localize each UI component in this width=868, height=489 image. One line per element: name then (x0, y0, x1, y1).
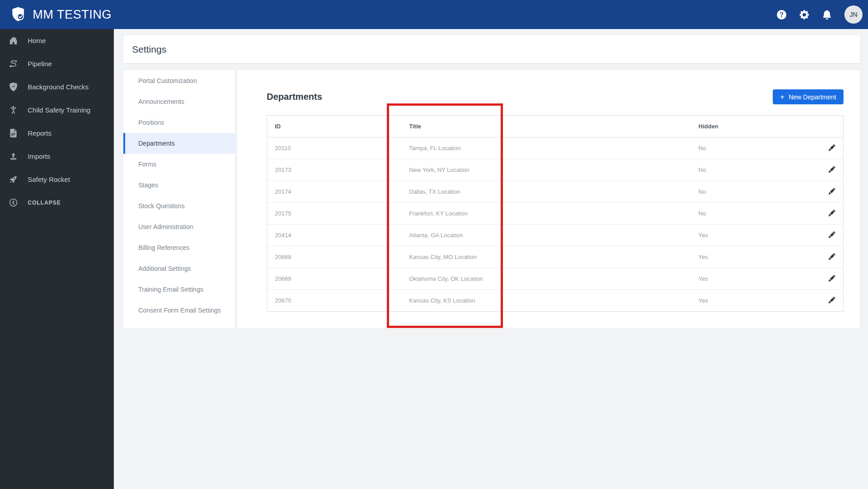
pencil-icon[interactable] (829, 166, 836, 173)
cell-hidden: No (691, 159, 809, 181)
sidebar-item-label: Background Checks (28, 83, 88, 91)
gear-icon[interactable] (799, 10, 809, 20)
sidebar-item-label: Reports (28, 129, 52, 137)
sidebar-item-imports[interactable]: Imports (0, 145, 114, 168)
plus-icon: + (780, 93, 785, 101)
sidebar-item-home[interactable]: Home (0, 29, 114, 52)
document-icon (9, 129, 18, 138)
departments-table: ID Title Hidden 20110 Tampa, FL Location… (267, 115, 844, 312)
sidebar-item-label: Child Safety Training (28, 106, 90, 114)
subnav-item-stock-questions[interactable]: Stock Questions (123, 196, 235, 216)
sidebar-item-pipeline[interactable]: Pipeline (0, 52, 114, 75)
subnav-item-stages[interactable]: Stages (123, 175, 235, 196)
sidebar-item-reports[interactable]: Reports (0, 122, 114, 145)
pencil-icon[interactable] (829, 275, 836, 282)
cell-title: Tampa, FL Location (401, 137, 691, 159)
new-department-button[interactable]: + New Department (773, 89, 844, 104)
sidebar-item-label: Pipeline (28, 60, 52, 68)
top-navbar: MM TESTING JN (0, 0, 868, 29)
cell-id: 20173 (267, 159, 401, 181)
cell-title: Kansas City, MO Location (401, 246, 691, 268)
subnav-item-billing-references[interactable]: Billing References (123, 237, 235, 258)
brand: MM TESTING (0, 6, 112, 23)
subnav-item-training-email-settings[interactable]: Training Email Settings (123, 279, 235, 300)
cell-id: 20175 (267, 203, 401, 225)
cell-title: New York, NY Location (401, 159, 691, 181)
cell-id: 20669 (267, 268, 401, 290)
cell-hidden: Yes (691, 225, 809, 246)
cell-hidden: Yes (691, 290, 809, 312)
sidebar-item-label: Home (28, 37, 46, 44)
table-row: 20175 Frankfort, KY Location No (267, 203, 843, 225)
table-row: 20670 Kansas City, KS Location Yes (267, 290, 843, 312)
cell-title: Frankfort, KY Location (401, 203, 691, 225)
new-department-button-label: New Department (789, 93, 836, 101)
pencil-icon[interactable] (829, 144, 836, 152)
sidebar-item-label: Imports (28, 152, 50, 160)
chevron-left-circle-icon (9, 198, 18, 207)
subnav-item-forms[interactable]: Forms (123, 154, 235, 175)
cell-title: Kansas City, KS Location (401, 290, 691, 312)
cell-title: Atlanta, GA Location (401, 225, 691, 246)
table-row: 20110 Tampa, FL Location No (267, 137, 843, 159)
pencil-icon[interactable] (829, 231, 836, 239)
column-header-actions (809, 116, 843, 137)
table-header-row: ID Title Hidden (267, 116, 843, 137)
departments-heading: Departments (267, 92, 322, 102)
cell-id: 20670 (267, 290, 401, 312)
child-icon (9, 106, 18, 115)
table-row: 20669 Oklahoma City, OK Location Yes (267, 268, 843, 290)
pencil-icon[interactable] (829, 297, 836, 304)
sidebar-item-child-safety-training[interactable]: Child Safety Training (0, 98, 114, 122)
pencil-icon[interactable] (829, 188, 836, 195)
subnav-item-additional-settings[interactable]: Additional Settings (123, 258, 235, 279)
settings-subnav: Portal Customization Announcements Posit… (123, 70, 235, 328)
pencil-icon[interactable] (829, 253, 836, 260)
cell-title: Oklahoma City, OK Location (401, 268, 691, 290)
cell-hidden: No (691, 181, 809, 203)
subnav-item-positions[interactable]: Positions (123, 112, 235, 133)
app-title: MM TESTING (33, 8, 112, 22)
column-header-id: ID (267, 116, 401, 137)
cell-id: 20414 (267, 225, 401, 246)
main-area: Settings Portal Customization Announceme… (114, 29, 868, 489)
cell-hidden: Yes (691, 268, 809, 290)
table-row: 20174 Dallas, TX Location No (267, 181, 843, 203)
home-icon (9, 36, 18, 45)
rocket-icon (9, 175, 18, 184)
sidebar-item-safety-rocket[interactable]: Safety Rocket (0, 168, 114, 191)
user-avatar[interactable]: JN (844, 5, 863, 24)
cell-hidden: No (691, 137, 809, 159)
sidebar-collapse-button[interactable]: COLLAPSE (0, 191, 114, 214)
sidebar: Home Pipeline Background Checks Child Sa… (0, 29, 114, 489)
sidebar-item-background-checks[interactable]: Background Checks (0, 75, 114, 98)
table-row: 20414 Atlanta, GA Location Yes (267, 225, 843, 246)
subnav-item-announcements[interactable]: Announcements (123, 91, 235, 112)
table-row: 20668 Kansas City, MO Location Yes (267, 246, 843, 268)
help-icon[interactable] (776, 10, 786, 20)
page-title: Settings (123, 44, 166, 55)
bell-icon[interactable] (822, 10, 832, 20)
cell-id: 20174 (267, 181, 401, 203)
table-row: 20173 New York, NY Location No (267, 159, 843, 181)
shield-check-icon (9, 83, 18, 92)
cell-id: 20668 (267, 246, 401, 268)
pipeline-icon (9, 59, 18, 68)
shield-logo-icon (10, 6, 26, 23)
departments-panel: Departments + New Department ID Title Hi… (237, 70, 860, 328)
upload-icon (9, 152, 18, 161)
cell-hidden: No (691, 203, 809, 225)
cell-hidden: Yes (691, 246, 809, 268)
column-header-title: Title (401, 116, 691, 137)
cell-title: Dallas, TX Location (401, 181, 691, 203)
column-header-hidden: Hidden (691, 116, 809, 137)
subnav-item-portal-customization[interactable]: Portal Customization (123, 70, 235, 91)
page-title-card: Settings (123, 35, 860, 63)
cell-id: 20110 (267, 137, 401, 159)
pencil-icon[interactable] (829, 210, 836, 217)
subnav-item-consent-form-email-settings[interactable]: Consent Form Email Settings (123, 300, 235, 321)
sidebar-collapse-label: COLLAPSE (28, 200, 61, 206)
sidebar-item-label: Safety Rocket (28, 176, 70, 183)
subnav-item-departments[interactable]: Departments (123, 133, 235, 154)
subnav-item-user-administration[interactable]: User Administration (123, 216, 235, 237)
